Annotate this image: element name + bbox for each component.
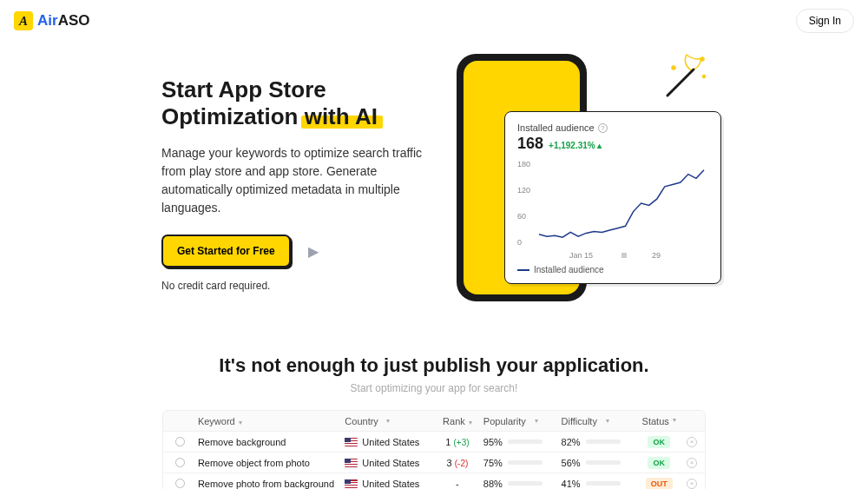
difficulty-cell: 56% [562,458,640,468]
x-tick-jan15: Jan 15 [569,251,593,260]
status-badge: OK [648,457,670,469]
logo[interactable]: A AirASO [14,11,89,30]
difficulty-cell: 82% [562,437,640,447]
legend-line-icon [517,269,529,271]
brand-air: Air [37,12,58,29]
pin-cell[interactable] [163,479,198,488]
svg-line-3 [667,69,694,96]
chart-area: 180 120 60 0 Jan 15 29 [517,160,708,260]
hero-title: Start App Store Optimization with AI [161,76,431,130]
hero: Start App Store Optimization with AI Man… [0,42,868,320]
chevron-down-icon: ▾ [469,419,472,426]
svg-point-1 [700,57,704,61]
brand-aso: ASO [58,12,90,29]
status-badge: OUT [646,478,673,490]
country-cell: United States [345,479,431,489]
status-badge: OK [648,436,670,448]
keyword-cell: Remove object from photo [198,458,345,468]
store-icons: ▶ [303,243,319,260]
chart-value: 168 [517,135,543,153]
close-icon: × [687,479,697,489]
col-country-header[interactable]: Country▾ [345,416,431,426]
flag-us-icon [345,479,358,488]
logo-icon: A [14,11,33,30]
x-tick-29: 29 [652,251,661,260]
hero-left: Start App Store Optimization with AI Man… [161,76,431,302]
chart-card: Installed audience ? 168 +1,192.31% ▴ 18… [504,111,721,284]
keyword-cell: Remove photo from background [198,479,345,489]
flag-us-icon [345,438,358,446]
chart-title: Installed audience [517,122,595,133]
help-icon[interactable]: ? [598,123,608,133]
chart-delta: +1,192.31% ▴ [549,141,602,150]
rank-cell: 3 (-2) [431,458,483,468]
hero-title-highlight: with AI [305,103,378,130]
chevron-down-icon: ▾ [673,416,676,426]
col-keyword-header[interactable]: Keyword▾ [198,416,345,426]
table-row: Remove backgroundUnited States1 (+3)95%8… [163,432,705,453]
keyword-table: Keyword▾ Country▾ Rank▾ Popularity▾ Diff… [162,410,706,489]
popularity-cell: 75% [483,458,562,468]
status-cell: OK [639,457,679,469]
table-row: Remove object from photoUnited States3 (… [163,453,705,473]
status-cell: OUT [639,478,679,490]
legend-label: Installed audience [534,265,604,274]
difficulty-cell: 41% [562,479,640,489]
wand-icon [661,50,713,102]
svg-point-2 [703,76,706,78]
country-cell: United States [345,437,431,447]
chart-legend: Installed audience [517,265,708,274]
delete-cell[interactable]: × [679,479,705,489]
status-cell: OK [639,436,679,448]
pin-icon [175,479,185,488]
col-rank-header[interactable]: Rank▾ [431,416,483,426]
rank-cell: - [431,479,483,489]
pin-icon [175,437,185,446]
flag-us-icon [345,459,358,467]
popularity-cell: 95% [483,437,562,447]
hero-right: Installed audience ? 168 +1,192.31% ▴ 18… [457,76,726,302]
pin-cell[interactable] [163,437,198,446]
header: A AirASO Sign In [0,0,868,42]
play-icon: ▶ [308,243,319,260]
keyword-cell: Remove background [198,437,345,447]
section2: It's not enough to just publish your app… [0,354,868,489]
hero-title-line2a: Optimization [161,103,305,129]
chevron-down-icon: ▾ [239,419,242,426]
hero-title-line1: Start App Store [161,76,326,102]
table-header-row: Keyword▾ Country▾ Rank▾ Popularity▾ Diff… [163,411,705,432]
rank-cell: 1 (+3) [431,437,483,447]
close-icon: × [687,437,697,447]
delete-cell[interactable]: × [679,437,705,447]
chart-title-row: Installed audience ? [517,122,708,133]
chart-value-row: 168 +1,192.31% ▴ [517,135,708,153]
pin-cell[interactable] [163,458,198,467]
section2-subtitle: Start optimizing your app for search! [0,382,868,394]
hero-subtitle: Manage your keywords to optimize search … [161,144,431,217]
close-icon: × [687,458,697,468]
chevron-down-icon: ▾ [535,417,538,425]
popularity-cell: 88% [483,479,562,489]
section2-title: It's not enough to just publish your app… [0,354,868,377]
chevron-down-icon: ▾ [386,417,390,425]
delete-cell[interactable]: × [679,458,705,468]
get-started-button[interactable]: Get Started for Free [161,235,291,268]
svg-point-0 [672,66,675,69]
col-popularity-header[interactable]: Popularity▾ [483,416,562,426]
pin-icon [175,458,185,467]
cta-row: Get Started for Free ▶ [161,235,431,268]
no-card-text: No credit card required. [161,280,431,292]
signin-button[interactable]: Sign In [796,9,854,33]
chevron-down-icon: ▾ [606,417,609,425]
col-status-header[interactable]: Status▾ [639,416,679,426]
country-cell: United States [345,458,431,468]
x-tick-marker [621,253,627,258]
col-difficulty-header[interactable]: Difficulty▾ [562,416,640,426]
chart-svg [517,160,708,247]
table-row: Remove photo from backgroundUnited State… [163,473,705,489]
